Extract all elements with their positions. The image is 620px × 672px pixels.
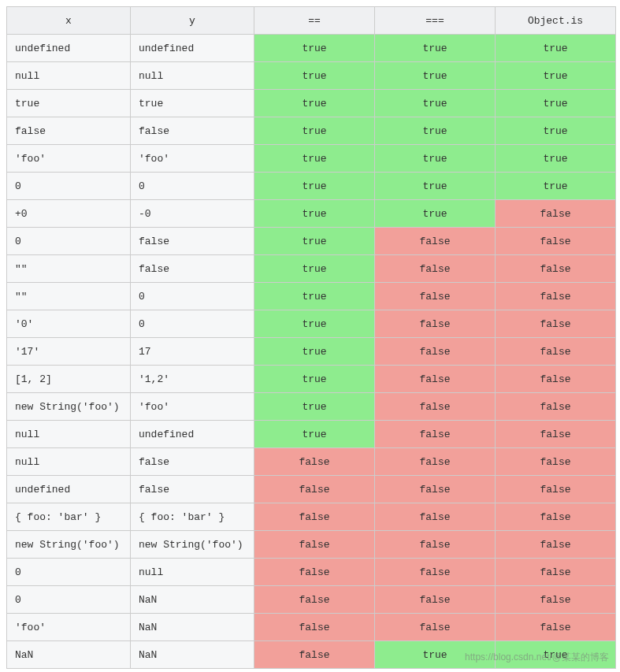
cell-y: null: [131, 62, 254, 90]
cell-eq: true: [254, 338, 375, 366]
cell-y: undefined: [131, 421, 254, 448]
cell-x: undefined: [7, 35, 131, 62]
col-header-x: x: [7, 7, 131, 35]
cell-seq: false: [375, 393, 496, 421]
cell-ois: true: [496, 173, 616, 200]
cell-y: undefined: [131, 35, 254, 62]
cell-eq: false: [254, 448, 375, 476]
cell-ois: false: [496, 614, 616, 641]
cell-y: new String('foo'): [131, 531, 254, 559]
cell-seq: false: [375, 283, 496, 310]
cell-x: { foo: 'bar' }: [7, 503, 131, 531]
cell-y: false: [131, 117, 254, 145]
table-row: new String('foo')new String('foo')falsef…: [7, 531, 616, 559]
table-row: 0NaNfalsefalsefalse: [7, 586, 616, 614]
table-row: 0falsetruefalsefalse: [7, 228, 616, 255]
cell-x: '0': [7, 310, 131, 338]
cell-eq: false: [254, 476, 375, 503]
table-row: falsefalsetruetruetrue: [7, 117, 616, 145]
cell-seq: true: [375, 641, 496, 669]
col-header-ois: Object.is: [496, 7, 616, 35]
cell-ois: false: [496, 503, 616, 531]
cell-seq: false: [375, 503, 496, 531]
cell-ois: false: [496, 586, 616, 614]
cell-y: false: [131, 255, 254, 283]
cell-x: null: [7, 62, 131, 90]
cell-eq: false: [254, 503, 375, 531]
cell-y: 17: [131, 338, 254, 366]
cell-seq: true: [375, 200, 496, 228]
cell-x: "": [7, 283, 131, 310]
cell-seq: false: [375, 448, 496, 476]
cell-ois: false: [496, 200, 616, 228]
col-header-seq: ===: [375, 7, 496, 35]
col-header-eq: ==: [254, 7, 375, 35]
cell-ois: false: [496, 310, 616, 338]
cell-eq: true: [254, 421, 375, 448]
cell-x: 0: [7, 173, 131, 200]
cell-eq: true: [254, 228, 375, 255]
table-row: '17'17truefalsefalse: [7, 338, 616, 366]
cell-seq: true: [375, 117, 496, 145]
table-row: ""falsetruefalsefalse: [7, 255, 616, 283]
cell-x: +0: [7, 200, 131, 228]
cell-ois: false: [496, 448, 616, 476]
cell-y: 0: [131, 283, 254, 310]
cell-ois: false: [496, 366, 616, 393]
cell-eq: true: [254, 62, 375, 90]
cell-seq: false: [375, 586, 496, 614]
cell-seq: true: [375, 145, 496, 173]
cell-x: null: [7, 421, 131, 448]
cell-ois: true: [496, 62, 616, 90]
table-row: [1, 2]'1,2'truefalsefalse: [7, 366, 616, 393]
cell-y: NaN: [131, 641, 254, 669]
cell-eq: true: [254, 90, 375, 117]
table-row: { foo: 'bar' }{ foo: 'bar' }falsefalsefa…: [7, 503, 616, 531]
cell-eq: false: [254, 586, 375, 614]
cell-y: NaN: [131, 614, 254, 641]
cell-ois: false: [496, 283, 616, 310]
cell-x: false: [7, 117, 131, 145]
table-row: 'foo'NaNfalsefalsefalse: [7, 614, 616, 641]
cell-ois: false: [496, 393, 616, 421]
cell-x: 'foo': [7, 145, 131, 173]
cell-seq: true: [375, 173, 496, 200]
cell-eq: true: [254, 200, 375, 228]
cell-eq: true: [254, 173, 375, 200]
cell-x: 0: [7, 586, 131, 614]
cell-seq: true: [375, 62, 496, 90]
cell-eq: true: [254, 283, 375, 310]
cell-y: true: [131, 90, 254, 117]
cell-ois: true: [496, 35, 616, 62]
cell-seq: true: [375, 35, 496, 62]
cell-x: [1, 2]: [7, 366, 131, 393]
cell-ois: false: [496, 421, 616, 448]
table-row: +0-0truetruefalse: [7, 200, 616, 228]
cell-x: '17': [7, 338, 131, 366]
table-row: truetruetruetruetrue: [7, 90, 616, 117]
cell-y: NaN: [131, 586, 254, 614]
table-header-row: x y == === Object.is: [7, 7, 616, 35]
cell-ois: true: [496, 90, 616, 117]
cell-y: '1,2': [131, 366, 254, 393]
col-header-y: y: [131, 7, 254, 35]
table-row: 'foo''foo'truetruetrue: [7, 145, 616, 173]
table-row: undefinedfalsefalsefalsefalse: [7, 476, 616, 503]
cell-seq: false: [375, 476, 496, 503]
cell-x: null: [7, 448, 131, 476]
table-row: '0'0truefalsefalse: [7, 310, 616, 338]
cell-x: NaN: [7, 641, 131, 669]
cell-x: undefined: [7, 476, 131, 503]
cell-y: false: [131, 448, 254, 476]
table-row: NaNNaNfalsetruetrue: [7, 641, 616, 669]
cell-eq: false: [254, 614, 375, 641]
cell-y: false: [131, 228, 254, 255]
cell-seq: false: [375, 531, 496, 559]
cell-seq: true: [375, 90, 496, 117]
cell-ois: false: [496, 255, 616, 283]
cell-y: 'foo': [131, 393, 254, 421]
table-row: 0nullfalsefalsefalse: [7, 559, 616, 586]
cell-ois: true: [496, 641, 616, 669]
cell-y: -0: [131, 200, 254, 228]
cell-ois: true: [496, 117, 616, 145]
